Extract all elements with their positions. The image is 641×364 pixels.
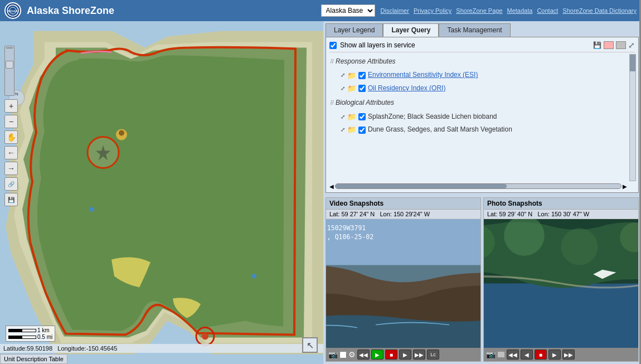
forward-btn[interactable]: →	[4, 162, 18, 175]
photo-toolbar: 📷 ◀◀ ◀ ■ ▶ ▶▶	[484, 348, 638, 361]
svg-text:5927N4035  15029W3791: 5927N4035 15029W3791	[326, 224, 366, 232]
layer-hscrollbar-container: ◀ ▶	[329, 182, 627, 190]
splashzone-label: SplashZone; Black Seaside Lichen bioband	[368, 111, 497, 123]
longitude-display: Longitude:-150.45645	[57, 345, 117, 352]
map-area[interactable]: N S + − ✋ ← → 🔗 💾 1 km	[0, 21, 323, 364]
video-fastforward-btn[interactable]: ▶▶	[413, 350, 425, 360]
dunegrass-checkbox[interactable]	[358, 127, 366, 134]
layer-item-splashzone: ⤢ 📁 SplashZone; Black Seaside Lichen bio…	[329, 110, 635, 123]
biological-attributes-header: ⠿ Biological Attributes	[329, 97, 635, 109]
nav-contact[interactable]: Contact	[537, 7, 558, 14]
save-layer-icon[interactable]: 💾	[593, 41, 601, 49]
dunegrass-label: Dune Grass, Sedges, and Salt Marsh Veget…	[368, 124, 512, 136]
layer-tabs: Layer Legend Layer Query Task Management	[326, 23, 639, 37]
video-loc-btn[interactable]: Lc	[427, 350, 439, 360]
ori-link[interactable]: Oil Residency Index (ORI)	[368, 82, 445, 95]
color-swatch-gray[interactable]	[616, 41, 626, 49]
north-arrow: ↖	[302, 337, 318, 353]
dune-folder-icon[interactable]: 📁	[347, 123, 356, 136]
nav-links: Disclaimer Privacy Policy ShoreZone Page…	[381, 7, 637, 14]
nav-dictionary[interactable]: ShoreZone Data Dictionary	[562, 7, 637, 14]
video-play-btn[interactable]: ▶	[371, 350, 383, 360]
response-attributes-header: ⠿ Response Attributes	[329, 56, 635, 68]
latitude-display: Latitude:59.50198	[3, 345, 52, 352]
coords-bar: Latitude:59.50198 Longitude:-150.45645	[0, 344, 323, 353]
layer-toolbar: Show all layers in service 💾 ⤢	[329, 41, 635, 52]
video-rewind-btn[interactable]: ◀◀	[357, 350, 370, 360]
splash-folder-icon[interactable]: 📁	[347, 110, 356, 123]
save-map-btn[interactable]: 💾	[4, 193, 18, 206]
main: N S + − ✋ ← → 🔗 💾 1 km	[0, 21, 641, 364]
expand-panel-icon[interactable]: ⤢	[628, 41, 635, 50]
map-svg: N S	[0, 21, 323, 364]
hscrollbar-thumb[interactable]	[336, 184, 507, 188]
hscroll-left-btn[interactable]: ◀	[329, 183, 334, 190]
layer-item-esi: ⤢ 📁 Environmental Sensitivity Index (ESI…	[329, 69, 635, 82]
photo-snapshot-image[interactable]	[484, 219, 638, 348]
esi-folder-icon[interactable]: 📁	[347, 69, 356, 82]
ori-expand-icon[interactable]: ⤢	[341, 84, 345, 94]
layer-vscroll-thumb[interactable]	[630, 55, 635, 71]
scale-1km: 1 km	[37, 327, 50, 333]
nav-disclaimer[interactable]: Disclaimer	[381, 7, 409, 14]
photo-rewind-btn[interactable]: ◀◀	[507, 350, 519, 360]
video-checkbox[interactable]	[339, 351, 347, 358]
back-btn[interactable]: ←	[4, 146, 18, 159]
hscrollbar-track[interactable]	[335, 183, 621, 189]
tab-layer-legend[interactable]: Layer Legend	[326, 23, 383, 37]
color-swatch-pink[interactable]	[604, 41, 614, 49]
link-btn[interactable]: 🔗	[4, 177, 18, 191]
video-toolbar: 📷 ⚙ ◀◀ ▶ ■ ▶ ▶▶ Lc	[326, 348, 480, 361]
dune-expand-icon[interactable]: ⤢	[341, 125, 345, 135]
layer-vscrollbar[interactable]	[629, 54, 636, 181]
hscroll-right-btn[interactable]: ▶	[623, 183, 627, 190]
map-toolbar: + − ✋ ← → 🔗 💾	[4, 26, 18, 206]
zoom-in-btn[interactable]: +	[4, 99, 18, 113]
video-stop-btn[interactable]: ■	[385, 350, 397, 360]
response-drag-icon: ⠿	[329, 57, 333, 67]
ori-checkbox[interactable]	[358, 85, 366, 92]
svg-point-9	[90, 207, 94, 212]
unit-description-table-btn[interactable]: Unit Description Table	[0, 354, 67, 364]
nav-shorezone[interactable]: ShoreZone Page	[456, 7, 502, 14]
video-lat: 59 27' 24" N	[341, 211, 375, 217]
photo-lat: 59 29' 40" N	[499, 211, 532, 217]
video-settings-icon[interactable]: ⚙	[348, 350, 356, 359]
svg-point-8	[119, 130, 124, 136]
esi-expand-icon[interactable]: ⤢	[341, 70, 345, 80]
splash-expand-icon[interactable]: ⤢	[341, 112, 345, 122]
svg-point-24	[561, 229, 598, 265]
video-forward-btn[interactable]: ▶	[399, 350, 411, 360]
nav-metadata[interactable]: Metadata	[507, 7, 533, 14]
photo-lon: 150 30' 47" W	[551, 211, 589, 217]
svg-point-12	[202, 333, 208, 340]
tab-layer-query[interactable]: Layer Query	[383, 23, 439, 37]
photo-back-btn[interactable]: ◀	[521, 350, 533, 360]
esi-link[interactable]: Environmental Sensitivity Index (ESI)	[368, 69, 478, 81]
nav-privacy[interactable]: Privacy Policy	[414, 7, 451, 14]
logo: NOAA	[4, 2, 21, 19]
video-snapshot-title: Video Snapshots	[326, 198, 480, 210]
zoom-out-btn[interactable]: −	[4, 115, 18, 128]
splashzone-checkbox[interactable]	[358, 113, 366, 120]
photo-forward-btn[interactable]: ▶	[548, 350, 561, 360]
layer-item-ori: ⤢ 📁 Oil Residency Index (ORI)	[329, 82, 635, 95]
photo-swatch[interactable]	[497, 351, 505, 358]
photo-camera-icon[interactable]: 📷	[486, 350, 496, 359]
svg-point-10	[252, 274, 256, 279]
pan-tool-btn[interactable]: ✋	[4, 130, 18, 144]
video-snapshot-coords: Lat: 59 27' 24" N Lon: 150 29'24" W	[326, 210, 480, 219]
map-select[interactable]: Alaska Base Topo Satellite	[321, 4, 375, 17]
tab-task-management[interactable]: Task Management	[439, 23, 510, 37]
header: NOAA Alaska ShoreZone Alaska Base Topo S…	[0, 0, 641, 21]
ori-folder-icon[interactable]: 📁	[347, 82, 356, 95]
video-snapshot-image[interactable]: 5927N4035 15029W3791 161832 ..., Q106-25…	[326, 219, 480, 348]
photo-stop-btn[interactable]: ■	[535, 350, 547, 360]
layer-content: Show all layers in service 💾 ⤢ ⠿ Respons…	[326, 37, 639, 193]
layer-panel: Layer Legend Layer Query Task Management…	[323, 21, 641, 195]
photo-snapshot-title: Photo Snapshots	[484, 198, 638, 210]
esi-checkbox[interactable]	[358, 72, 366, 79]
show-all-layers-checkbox[interactable]	[329, 42, 337, 49]
video-camera-icon[interactable]: 📷	[328, 350, 338, 359]
photo-fastforward-btn[interactable]: ▶▶	[562, 350, 575, 360]
